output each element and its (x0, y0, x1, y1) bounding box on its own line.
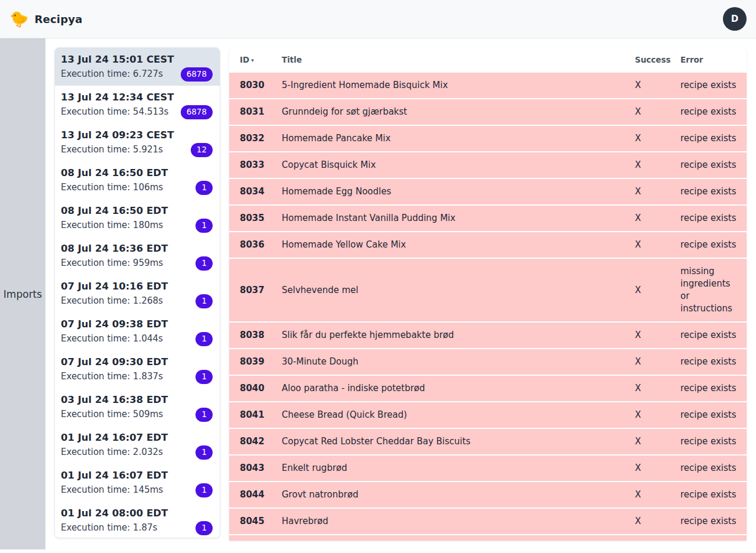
import-date: 13 Jul 24 15:01 CEST (61, 53, 213, 66)
row-error: recipe exists (680, 132, 739, 145)
row-id: 8035 (240, 212, 282, 225)
import-date: 01 Jul 24 16:07 EDT (61, 469, 213, 482)
app-title: Recipya (34, 13, 82, 25)
import-list-item[interactable]: 13 Jul 24 12:34 CEST Execution time: 54.… (55, 86, 220, 123)
app-brand[interactable]: 🐤 Recipya (9, 11, 83, 27)
import-count-badge: 1 (195, 408, 213, 422)
import-date: 07 Jul 24 09:38 EDT (61, 318, 213, 331)
import-count-badge: 1 (195, 256, 213, 271)
row-title: Selvhevende mel (282, 284, 635, 297)
import-execution-time: Execution time: 1.044s (61, 333, 213, 345)
row-error: recipe exists (680, 515, 739, 528)
table-row[interactable]: 8045 Havrebrød X recipe exists (229, 509, 747, 535)
import-list-item[interactable]: 03 Jul 24 16:38 EDT Execution time: 509m… (55, 388, 220, 426)
import-list-item[interactable]: 13 Jul 24 15:01 CEST Execution time: 6.7… (55, 48, 220, 86)
row-title: Grunndeig for søt gjærbakst (282, 106, 635, 118)
import-execution-time: Execution time: 1.268s (61, 295, 213, 307)
row-success: X (635, 435, 680, 448)
import-list-item[interactable]: 07 Jul 24 09:38 EDT Execution time: 1.04… (55, 313, 220, 350)
row-id: 8045 (240, 515, 282, 528)
row-id: 8041 (240, 409, 282, 421)
table-row[interactable]: 8042 Copycat Red Lobster Cheddar Bay Bis… (229, 429, 747, 456)
import-list-item[interactable]: 01 Jul 24 08:00 EDT Execution time: 1.87… (55, 502, 220, 538)
row-id: 8033 (240, 159, 282, 171)
table-body: 8030 5-Ingredient Homemade Bisquick Mix … (229, 73, 747, 541)
import-execution-time: Execution time: 145ms (61, 484, 213, 496)
table-row[interactable]: 8034 Homemade Egg Noodles X recipe exist… (229, 179, 747, 206)
import-list-item[interactable]: 01 Jul 24 16:07 EDT Execution time: 2.03… (55, 426, 220, 464)
row-success: X (635, 79, 680, 92)
column-header-error[interactable]: Error (680, 54, 739, 66)
import-execution-time: Execution time: 2.032s (61, 446, 213, 458)
column-header-id[interactable]: ID▾ (240, 54, 282, 67)
row-title: Enkelt rugbrød (282, 462, 635, 474)
row-title: 5-Ingredient Homemade Bisquick Mix (282, 79, 635, 92)
sort-desc-icon: ▾ (251, 57, 254, 63)
table-row[interactable]: 8044 Grovt natronbrød X recipe exists (229, 482, 747, 509)
table-row[interactable]: 8035 Homemade Instant Vanilla Pudding Mi… (229, 206, 747, 232)
row-error: recipe exists (680, 212, 739, 225)
import-date: 07 Jul 24 09:30 EDT (61, 356, 213, 369)
import-list-item[interactable]: 08 Jul 24 16:50 EDT Execution time: 180m… (55, 199, 220, 237)
import-count-badge: 1 (195, 181, 213, 195)
app-logo-icon[interactable]: 🐤 (9, 11, 28, 27)
row-success: X (635, 515, 680, 528)
imports-sidebar: Imports (0, 38, 45, 549)
row-error: recipe exists (680, 435, 739, 448)
table-row[interactable]: 8043 Enkelt rugbrød X recipe exists (229, 456, 747, 482)
row-error: recipe exists (680, 329, 739, 341)
import-count-badge: 1 (195, 445, 213, 460)
table-row[interactable]: 8036 Homemade Yellow Cake Mix X recipe e… (229, 232, 747, 259)
column-header-success[interactable]: Success (635, 54, 680, 66)
import-count-badge: 1 (195, 370, 213, 384)
row-title: Copycat Red Lobster Cheddar Bay Biscuits (282, 435, 635, 448)
avatar-initial: D (731, 14, 738, 24)
row-title: Homemade Pancake Mix (282, 132, 635, 145)
import-list-item[interactable]: 08 Jul 24 16:36 EDT Execution time: 959m… (55, 237, 220, 275)
row-error: recipe exists (680, 106, 739, 118)
row-id: 8032 (240, 132, 282, 145)
table-row[interactable]: 8032 Homemade Pancake Mix X recipe exist… (229, 126, 747, 152)
row-error: missing ingredients or instructions (680, 265, 739, 315)
row-title: Aloo paratha - indiske potetbrød (282, 382, 635, 395)
import-execution-time: Execution time: 180ms (61, 219, 213, 232)
import-count-badge: 1 (195, 219, 213, 233)
row-error: recipe exists (680, 159, 739, 171)
import-count-badge: 1 (195, 521, 213, 535)
user-avatar[interactable]: D (723, 7, 747, 31)
import-execution-time: Execution time: 509ms (61, 408, 213, 421)
import-date: 13 Jul 24 09:23 CEST (61, 129, 213, 142)
table-row[interactable]: 8037 Selvhevende mel X missing ingredien… (229, 259, 747, 323)
table-row[interactable]: 8038 Slik får du perfekte hjemmebakte br… (229, 323, 747, 349)
import-date: 07 Jul 24 10:16 EDT (61, 280, 213, 293)
row-title: Copycat Bisquick Mix (282, 159, 635, 171)
table-row[interactable]: 8046 Homemade No-Yeast Bread X recipe ex… (229, 535, 747, 541)
table-row[interactable]: 8030 5-Ingredient Homemade Bisquick Mix … (229, 73, 747, 99)
table-row[interactable]: 8033 Copycat Bisquick Mix X recipe exist… (229, 152, 747, 179)
row-title: Cheese Bread (Quick Bread) (282, 409, 635, 421)
imports-list: 13 Jul 24 15:01 CEST Execution time: 6.7… (54, 47, 220, 538)
column-header-title[interactable]: Title (282, 54, 635, 66)
import-execution-time: Execution time: 1.837s (61, 370, 213, 383)
table-row[interactable]: 8040 Aloo paratha - indiske potetbrød X … (229, 376, 747, 402)
import-list-item[interactable]: 08 Jul 24 16:50 EDT Execution time: 106m… (55, 161, 220, 199)
table-row[interactable]: 8041 Cheese Bread (Quick Bread) X recipe… (229, 402, 747, 429)
row-id: 8037 (240, 284, 282, 297)
table-row[interactable]: 8031 Grunndeig for søt gjærbakst X recip… (229, 99, 747, 126)
import-list-item[interactable]: 07 Jul 24 10:16 EDT Execution time: 1.26… (55, 275, 220, 313)
import-results-table: ID▾ Title Success Error 8030 5-Ingredien… (229, 47, 747, 541)
import-execution-time: Execution time: 5.921s (61, 144, 213, 156)
import-list-item[interactable]: 01 Jul 24 16:07 EDT Execution time: 145m… (55, 464, 220, 502)
row-success: X (635, 409, 680, 421)
row-title: 30-Minute Dough (282, 356, 635, 368)
row-success: X (635, 462, 680, 474)
row-id: 8034 (240, 186, 282, 198)
row-id: 8036 (240, 239, 282, 251)
import-list-item[interactable]: 07 Jul 24 09:30 EDT Execution time: 1.83… (55, 350, 220, 388)
sidebar-tab-imports[interactable]: Imports (4, 288, 42, 300)
import-list-item[interactable]: 13 Jul 24 09:23 CEST Execution time: 5.9… (55, 123, 220, 161)
top-navbar: 🐤 Recipya D (0, 0, 756, 38)
table-row[interactable]: 8039 30-Minute Dough X recipe exists (229, 349, 747, 376)
import-count-badge: 6878 (181, 67, 213, 82)
row-success: X (635, 329, 680, 341)
